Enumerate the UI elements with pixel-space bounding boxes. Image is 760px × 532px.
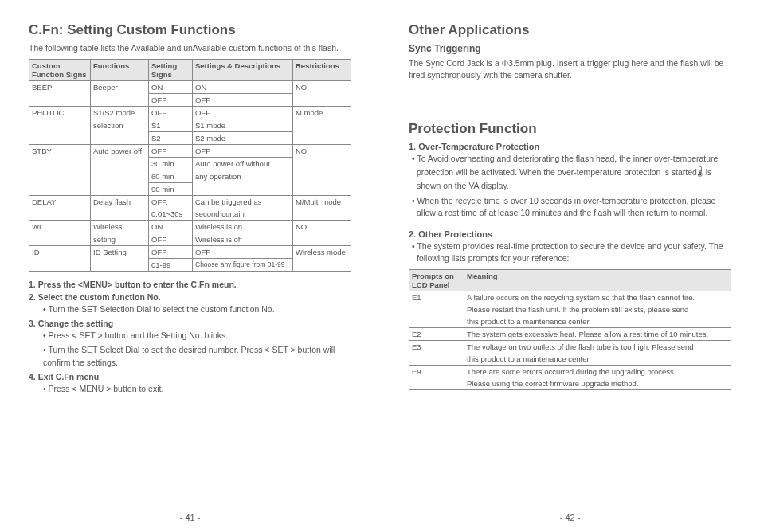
- table-row: 60 min any operation: [29, 170, 351, 183]
- table-row: 01-99 Choose any figure from 01-99: [29, 259, 351, 272]
- table-row: STBY Auto power off OFF OFF NO: [29, 145, 351, 158]
- sync-triggering-heading: Sync Triggering: [409, 43, 731, 54]
- th-signs: Custom Function Signs: [29, 60, 91, 81]
- table-row: S2 S2 mode: [29, 132, 351, 145]
- table-row: WL Wireless ON Wireless is on NO: [29, 221, 351, 233]
- page-number-right: - 42 -: [380, 513, 760, 522]
- table-row: this product to a maintenance center.: [409, 315, 731, 328]
- page-right: Other Applications Sync Triggering The S…: [380, 0, 760, 532]
- table-row: DELAY Delay flash OFF, Can be triggered …: [29, 196, 351, 209]
- table-row: this product to a maintenance center.: [409, 353, 731, 366]
- th-functions: Functions: [91, 60, 149, 81]
- step-4: 4. Exit C.Fn menu: [29, 372, 351, 381]
- cfn-intro: The following table lists the Available …: [29, 43, 351, 53]
- over-temp-b1: • To Avoid overheating and deteriorating…: [409, 153, 731, 192]
- over-temp-b2: • When the recycle time is over 10 secon…: [409, 195, 731, 219]
- table-row: BEEP Beeper ON ON NO: [29, 81, 351, 94]
- table-row: setting OFF Wireless is off: [29, 233, 351, 246]
- protection-title: Protection Function: [409, 121, 731, 137]
- th-prompts: Prompts on LCD Panel: [409, 269, 464, 291]
- table-row: Please using the correct firmware upgrad…: [409, 377, 731, 390]
- other-protections-heading: 2. Other Protections: [409, 229, 731, 239]
- th-setting-signs: Setting Signs: [149, 60, 193, 81]
- table-row: PHOTOC S1/S2 mode OFF OFF M mode: [29, 107, 351, 119]
- sync-body: The Sync Cord Jack is a Φ3.5mm plug. Ins…: [409, 57, 731, 81]
- step-1: 1. Press the <MENU> button to enter the …: [29, 280, 351, 289]
- over-temp-heading: 1. Over-Temperature Protection: [409, 142, 731, 151]
- th-desc: Settings & Descriptions: [193, 60, 293, 81]
- th-restrictions: Restrictions: [293, 60, 351, 81]
- th-meaning: Meaning: [464, 269, 731, 291]
- table-row: 0.01~30s second curtain: [29, 208, 351, 221]
- other-apps-title: Other Applications: [409, 22, 731, 38]
- step-3b: • Turn the SET Select Dial to set the de…: [43, 344, 351, 368]
- step-2a: • Turn the SET Selection Dial to select …: [43, 303, 351, 315]
- other-protections-intro: • The system provides real-time protecti…: [409, 241, 731, 264]
- table-row: selection S1 S1 mode: [29, 119, 351, 132]
- step-3: 3. Change the setting: [29, 319, 351, 328]
- table-row: 90 min: [29, 183, 351, 196]
- protections-table: Prompts on LCD Panel Meaning E1 A failur…: [409, 269, 731, 390]
- table-row: E1 A failure occurs on the recycling sys…: [409, 291, 731, 303]
- table-row: ID ID Setting OFF OFF Wireless mode: [29, 246, 351, 259]
- step-3a: • Press < SET > button and the Setting N…: [43, 330, 351, 342]
- step-2: 2. Select the custom function No.: [29, 292, 351, 302]
- table-row: E3 The voltage on two outlets of the fla…: [409, 340, 731, 353]
- cfn-title: C.Fn: Setting Custom Functions: [29, 22, 351, 38]
- table-row: 30 min Auto power off without: [29, 158, 351, 170]
- table-row: OFF OFF: [29, 94, 351, 107]
- cfn-table: Custom Function Signs Functions Setting …: [29, 59, 351, 272]
- table-row: E2 The system gets excessive heat. Pleas…: [409, 327, 731, 340]
- page-number-left: - 41 -: [0, 513, 380, 522]
- table-row: Please restart the flash unit. If the pr…: [409, 303, 731, 315]
- table-row: E9 There are some errors occurred during…: [409, 365, 731, 377]
- step-4a: • Press < MENU > button to exit.: [43, 383, 351, 395]
- page-left: C.Fn: Setting Custom Functions The follo…: [0, 0, 380, 532]
